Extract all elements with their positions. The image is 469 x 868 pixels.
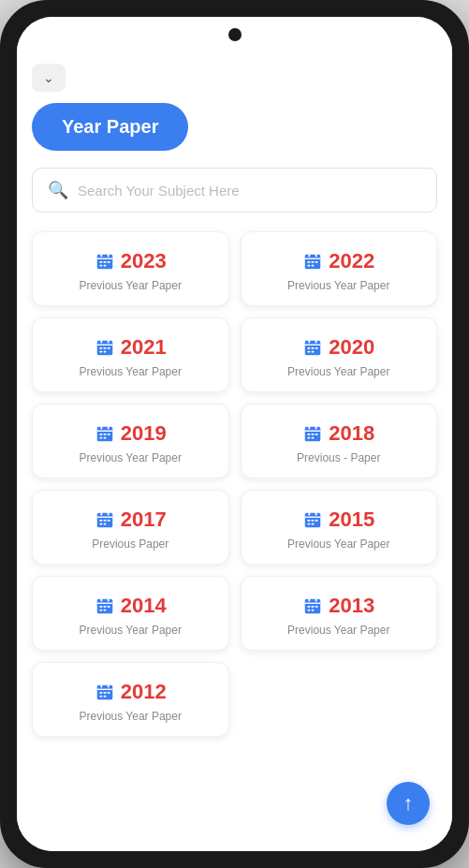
card-top: 2021	[95, 335, 167, 360]
card-top: 2019	[95, 421, 167, 446]
svg-rect-70	[308, 523, 311, 525]
svg-rect-14	[312, 261, 315, 263]
svg-rect-69	[315, 520, 318, 522]
calendar-icon	[302, 509, 323, 530]
paper-label: Previous Year Paper	[287, 279, 389, 292]
svg-rect-68	[312, 520, 315, 522]
svg-rect-15	[315, 261, 318, 263]
year-paper-button[interactable]: Year Paper	[32, 103, 188, 151]
paper-card[interactable]: 2017Previous Paper	[32, 490, 229, 565]
svg-rect-8	[103, 265, 106, 267]
paper-card[interactable]: 2013Previous Year Paper	[241, 576, 438, 651]
svg-rect-86	[312, 606, 315, 608]
year-label: 2023	[121, 249, 167, 273]
svg-rect-24	[108, 347, 110, 349]
svg-rect-85	[308, 606, 311, 608]
svg-rect-78	[108, 606, 110, 608]
year-label: 2014	[121, 594, 167, 618]
paper-label: Previous Year Paper	[80, 365, 182, 378]
svg-rect-67	[308, 520, 311, 522]
phone-frame: ⌄ Year Paper 🔍 Search Your Subject Here …	[0, 0, 469, 868]
paper-label: Previous Year Paper	[80, 451, 182, 464]
svg-rect-43	[99, 437, 102, 439]
paper-label: Previous Year Paper	[287, 624, 389, 637]
arrow-up-icon: ↑	[403, 793, 414, 814]
svg-rect-7	[99, 265, 102, 267]
back-button[interactable]: ⌄	[32, 64, 66, 92]
svg-rect-26	[103, 351, 106, 353]
paper-card[interactable]: 2015Previous Year Paper	[241, 490, 438, 565]
calendar-icon	[95, 509, 115, 530]
paper-label: Previous Year Paper	[287, 365, 389, 378]
svg-rect-50	[312, 434, 315, 435]
svg-rect-22	[99, 347, 102, 349]
phone-screen: ⌄ Year Paper 🔍 Search Your Subject Here …	[17, 17, 452, 851]
svg-rect-44	[103, 437, 106, 439]
paper-label: Previous Year Paper	[80, 279, 182, 292]
calendar-icon	[95, 251, 115, 272]
svg-rect-52	[308, 437, 311, 439]
svg-rect-77	[103, 606, 106, 608]
calendar-icon	[95, 337, 115, 358]
svg-rect-59	[103, 520, 106, 522]
card-top: 2018	[302, 421, 374, 446]
search-bar[interactable]: 🔍 Search Your Subject Here	[32, 168, 437, 213]
paper-card[interactable]: 2012Previous Year Paper	[32, 662, 229, 737]
search-icon: 🔍	[48, 180, 68, 200]
back-btn-area: ⌄	[32, 64, 437, 92]
svg-rect-60	[108, 520, 110, 522]
year-label: 2015	[329, 508, 374, 532]
svg-rect-49	[308, 434, 311, 435]
paper-label: Previous Paper	[92, 537, 169, 551]
svg-rect-34	[308, 351, 311, 353]
search-placeholder: Search Your Subject Here	[78, 183, 240, 199]
scroll-to-top-fab[interactable]: ↑	[387, 782, 430, 825]
svg-rect-94	[99, 692, 102, 694]
svg-rect-31	[308, 347, 311, 349]
svg-rect-5	[103, 261, 106, 263]
paper-card[interactable]: 2021Previous Year Paper	[32, 317, 229, 392]
card-top: 2022	[302, 249, 374, 273]
svg-rect-25	[99, 351, 102, 353]
paper-label: Previous Year Paper	[80, 710, 182, 723]
svg-rect-88	[308, 610, 311, 611]
card-top: 2014	[95, 594, 167, 618]
svg-rect-42	[108, 434, 110, 435]
paper-card[interactable]: 2014Previous Year Paper	[32, 576, 229, 651]
year-label: 2012	[121, 680, 167, 704]
svg-rect-6	[108, 261, 110, 263]
paper-card[interactable]: 2023Previous Year Paper	[32, 231, 229, 306]
card-top: 2015	[302, 508, 374, 532]
svg-rect-53	[312, 437, 315, 439]
paper-card[interactable]: 2020Previous Year Paper	[241, 317, 438, 392]
svg-rect-95	[103, 692, 106, 694]
camera-notch	[228, 28, 242, 41]
papers-grid: 2023Previous Year Paper 2022Previous Yea…	[32, 231, 437, 737]
chevron-down-icon: ⌄	[43, 70, 54, 85]
paper-label: Previous Year Paper	[80, 624, 182, 637]
card-top: 2013	[302, 594, 374, 618]
paper-card[interactable]: 2022Previous Year Paper	[241, 231, 438, 306]
paper-card[interactable]: 2019Previous Year Paper	[32, 404, 229, 478]
svg-rect-80	[103, 610, 106, 611]
calendar-icon	[302, 596, 323, 616]
svg-rect-97	[99, 696, 102, 698]
svg-rect-51	[315, 434, 318, 435]
svg-rect-96	[108, 692, 110, 694]
svg-rect-71	[312, 523, 315, 525]
svg-rect-40	[99, 434, 102, 435]
svg-rect-62	[103, 523, 106, 525]
year-label: 2022	[329, 249, 374, 273]
card-top: 2012	[95, 680, 167, 704]
screen-content: ⌄ Year Paper 🔍 Search Your Subject Here …	[17, 17, 452, 851]
paper-card[interactable]: 2018Previous - Paper	[241, 404, 438, 478]
card-top: 2020	[302, 335, 374, 360]
calendar-icon	[302, 251, 323, 272]
calendar-icon	[302, 423, 323, 444]
paper-label: Previous - Paper	[297, 451, 380, 464]
calendar-icon	[95, 682, 115, 702]
year-label: 2019	[121, 421, 167, 446]
svg-rect-17	[312, 265, 315, 267]
year-label: 2018	[329, 421, 374, 446]
svg-rect-23	[103, 347, 106, 349]
